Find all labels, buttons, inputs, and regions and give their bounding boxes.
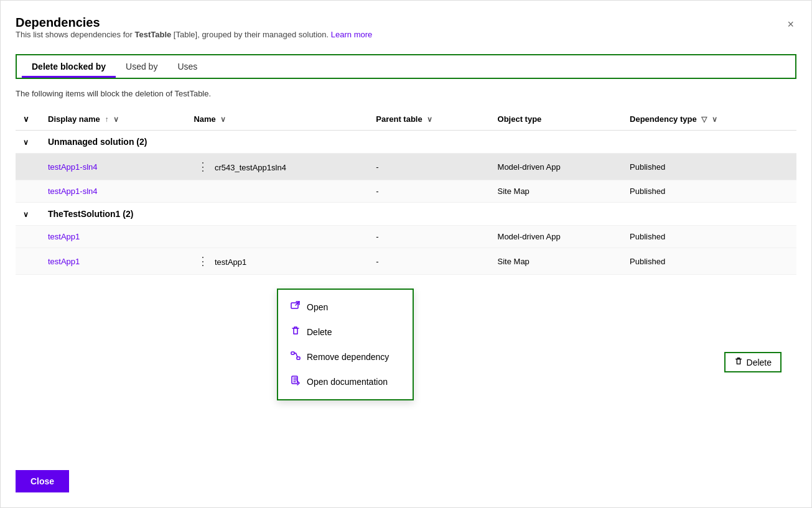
row3-object-type: Model-driven App [490, 226, 623, 248]
row1-parent-table: - [368, 154, 490, 180]
dialog-header: Dependencies This list shows dependencie… [16, 16, 796, 49]
group-label-thetest: TheTestSolution1 (2) [40, 203, 796, 226]
row1-expand [16, 154, 40, 180]
delete-label: Delete [307, 327, 332, 337]
row2-display-name: testApp1-sln4 [40, 180, 186, 203]
delete-button[interactable]: Delete [724, 352, 782, 372]
table-row: testApp1-sln4 ⋮ cr543_testApp1sln4 - Mod… [16, 154, 796, 180]
group-label-unmanaged: Unmanaged solution (2) [40, 131, 796, 154]
close-footer-button[interactable]: Close [16, 470, 69, 492]
row3-dependency-type: Published [622, 226, 796, 248]
row4-display-link[interactable]: testApp1 [48, 257, 80, 266]
row1-more-button[interactable]: ⋮ [194, 160, 212, 173]
row2-display-link[interactable]: testApp1-sln4 [48, 187, 98, 196]
context-menu-item-open-documentation[interactable]: Open documentation [278, 369, 413, 394]
learn-more-link[interactable]: Learn more [331, 30, 372, 39]
row3-parent-table: - [368, 226, 490, 248]
context-menu-item-open[interactable]: Open [278, 295, 413, 320]
dialog-title: Dependencies [16, 16, 372, 30]
row4-object-type: Site Map [490, 248, 623, 275]
close-dialog-button[interactable]: × [785, 16, 796, 34]
info-text: The following items will block the delet… [16, 89, 796, 98]
row3-display-link[interactable]: testApp1 [48, 232, 80, 241]
dependencies-table-container: ∨ Display name ↑ ∨ Name ∨ Parent table ∨ [16, 108, 796, 492]
group-row-thetest: ∨ TheTestSolution1 (2) [16, 203, 796, 226]
expand-all-icon[interactable]: ∨ [23, 114, 29, 124]
row1-dependency-type: Published [622, 154, 796, 180]
context-menu: Open Delete Remove depen [277, 289, 414, 400]
group-row-unmanaged: ∨ Unmanaged solution (2) [16, 131, 796, 154]
open-icon [291, 301, 301, 313]
dep-filter-icon[interactable]: ▽ [701, 115, 707, 124]
row2-name [186, 180, 368, 203]
dialog-subtitle: This list shows dependencies for TestTab… [16, 30, 372, 39]
row4-expand [16, 248, 40, 275]
dependencies-dialog: Dependencies This list shows dependencie… [0, 0, 812, 508]
table-row: testApp1 ⋮ testApp1 - Site Map Published [16, 248, 796, 275]
row4-name: ⋮ testApp1 [186, 248, 368, 275]
row3-expand [16, 226, 40, 248]
tab-delete-blocked-by[interactable]: Delete blocked by [22, 58, 116, 75]
row1-display-link[interactable]: testApp1-sln4 [48, 162, 98, 172]
context-menu-item-delete[interactable]: Delete [278, 320, 413, 344]
subtitle-pre: This list shows dependencies for [16, 30, 134, 39]
col-parent-table: Parent table ∨ [368, 108, 490, 131]
row4-parent-table: - [368, 248, 490, 275]
row3-display-name: testApp1 [40, 226, 186, 248]
row1-display-name: testApp1-sln4 [40, 154, 186, 180]
remove-dependency-label: Remove dependency [307, 352, 389, 362]
row2-parent-table: - [368, 180, 490, 203]
context-menu-item-remove-dependency[interactable]: Remove dependency [278, 344, 413, 369]
subtitle-type: [Table], grouped by their managed soluti… [171, 30, 329, 39]
expand-col-header: ∨ [16, 108, 40, 131]
open-documentation-label: Open documentation [307, 377, 388, 387]
group-expand-thetest[interactable]: ∨ [16, 203, 40, 226]
row1-name: ⋮ cr543_testApp1sln4 [186, 154, 368, 180]
col-object-type: Object type [490, 108, 623, 131]
tabs-container: Delete blocked by Used by Uses [16, 54, 796, 79]
dialog-footer: Close [16, 470, 69, 492]
table-row: testApp1 - Model-driven App Published [16, 226, 796, 248]
row4-more-button[interactable]: ⋮ [194, 254, 212, 268]
group-expand-unmanaged[interactable]: ∨ [16, 131, 40, 154]
delete-btn-icon [734, 357, 743, 367]
sort-desc-icon[interactable]: ∨ [113, 115, 119, 124]
row2-dependency-type: Published [622, 180, 796, 203]
delete-icon [291, 326, 301, 338]
col-name: Name ∨ [186, 108, 368, 131]
row1-object-type: Model-driven App [490, 154, 623, 180]
row2-expand [16, 180, 40, 203]
table-header-row: ∨ Display name ↑ ∨ Name ∨ Parent table ∨ [16, 108, 796, 131]
tab-used-by[interactable]: Used by [116, 58, 167, 75]
dep-sort-icon[interactable]: ∨ [712, 115, 717, 124]
dependencies-table: ∨ Display name ↑ ∨ Name ∨ Parent table ∨ [16, 108, 796, 275]
col-display-name: Display name ↑ ∨ [40, 108, 186, 131]
row4-dependency-type: Published [622, 248, 796, 275]
remove-dependency-icon [291, 351, 301, 363]
col-dependency-type: Dependency type ▽ ∨ [622, 108, 796, 131]
name-sort-icon[interactable]: ∨ [220, 115, 226, 124]
tab-uses[interactable]: Uses [167, 58, 207, 75]
open-label: Open [307, 302, 328, 312]
row4-display-name: testApp1 [40, 248, 186, 275]
delete-btn-label: Delete [747, 358, 772, 367]
open-documentation-icon [291, 376, 301, 388]
parent-sort-icon[interactable]: ∨ [427, 115, 432, 124]
sort-asc-icon[interactable]: ↑ [105, 115, 108, 124]
subtitle-bold: TestTable [134, 30, 171, 39]
row2-object-type: Site Map [490, 180, 623, 203]
table-row: testApp1-sln4 - Site Map Published [16, 180, 796, 203]
row3-name [186, 226, 368, 248]
